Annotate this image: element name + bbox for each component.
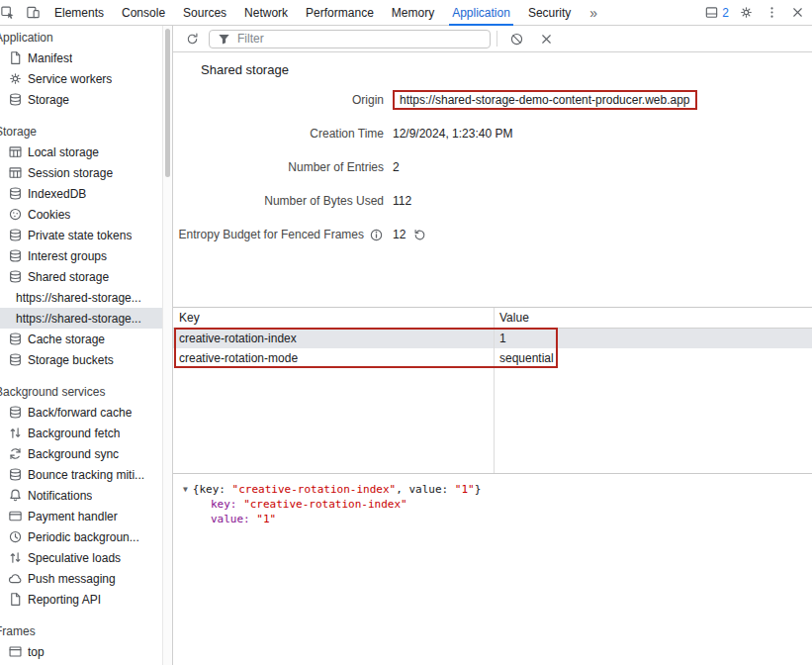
sidebar-item-shared-storage[interactable]: Shared storage — [0, 266, 162, 287]
sidebar-item-notifications[interactable]: Notifications — [0, 485, 162, 506]
sidebar-item-label: Payment handler — [28, 510, 118, 523]
sidebar-item-bounce-tracking-miti[interactable]: Bounce tracking miti... — [0, 464, 162, 485]
field-value: https://shared-storage-demo-content-prod… — [393, 93, 697, 107]
field-value: 12 — [393, 227, 427, 242]
field-label: Origin — [173, 93, 384, 107]
scrollbar-thumb[interactable] — [165, 29, 170, 177]
sidebar-item-label: https://shared-storage... — [16, 291, 141, 305]
sidebar-item-label: Notifications — [28, 489, 92, 503]
tab-network[interactable]: Network — [235, 0, 297, 25]
tab-label: Security — [528, 6, 571, 20]
sidebar-item-manifest[interactable]: Manifest — [0, 48, 162, 68]
sidebar-item-private-state-tokens[interactable]: Private state tokens — [0, 225, 162, 245]
sidebar-item-payment-handler[interactable]: Payment handler — [0, 506, 162, 526]
field-label: Number of Entries — [173, 160, 384, 174]
service-worker-icon — [7, 71, 23, 87]
inspect-element-icon[interactable] — [0, 0, 20, 25]
kebab-menu-icon[interactable] — [759, 0, 784, 25]
device-toolbar-icon[interactable] — [20, 0, 45, 25]
sidebar-scrollbar[interactable] — [162, 26, 173, 665]
sidebar-item-background-sync[interactable]: Background sync — [0, 443, 162, 464]
sidebar-item-periodic-backgroun[interactable]: Periodic backgroun... — [0, 526, 162, 547]
more-panels-button[interactable]: » — [580, 5, 607, 21]
sidebar-item-session-storage[interactable]: Session storage — [0, 162, 162, 183]
sidebar-item-interest-groups[interactable]: Interest groups — [0, 245, 162, 266]
sidebar-item-label: https://shared-storage... — [16, 312, 141, 326]
sidebar-item-label: Reporting API — [28, 593, 101, 607]
sidebar-item-label: Local storage — [28, 145, 99, 159]
property-value: "1" — [256, 513, 276, 525]
delete-selected-icon[interactable] — [533, 27, 559, 51]
cell-value: 1 — [494, 329, 812, 348]
info-icon[interactable] — [368, 227, 384, 242]
tab-sources[interactable]: Sources — [174, 0, 235, 25]
column-resize-divider[interactable] — [494, 308, 495, 473]
close-devtools-icon[interactable] — [784, 0, 810, 25]
grid-header: Key Value — [173, 308, 812, 329]
sidebar-item-storage-buckets[interactable]: Storage buckets — [0, 349, 162, 370]
sidebar-item-label: Background fetch — [28, 427, 120, 440]
sidebar-item-background-fetch[interactable]: Background fetch — [0, 423, 162, 443]
frame-icon — [7, 644, 23, 660]
grid-row[interactable]: creative-rotation-modesequential — [173, 348, 812, 368]
console-drawer-badge[interactable]: 2 — [701, 0, 729, 25]
tab-security[interactable]: Security — [519, 0, 580, 25]
sidebar-section-storage: Storage — [0, 122, 162, 142]
column-header-key[interactable]: Key — [173, 308, 494, 328]
settings-gear-icon[interactable] — [733, 0, 759, 25]
reset-icon[interactable] — [411, 227, 427, 242]
tab-performance[interactable]: Performance — [297, 0, 383, 25]
shared-storage-report: Shared storage Originhttps://shared-stor… — [173, 52, 812, 307]
sidebar-item-label: Interest groups — [28, 249, 107, 263]
tab-memory[interactable]: Memory — [383, 0, 443, 25]
sidebar-item-label: Speculative loads — [28, 551, 121, 565]
database-icon — [7, 228, 23, 243]
sidebar-item-storage[interactable]: Storage — [0, 89, 162, 110]
sidebar-item-indexeddb[interactable]: IndexedDB — [0, 183, 162, 204]
cookie-icon — [7, 207, 23, 223]
sidebar-item-back-forward-cache[interactable]: Back/forward cache — [0, 402, 162, 423]
panel-tabs: ElementsConsoleSourcesNetworkPerformance… — [45, 0, 580, 25]
sidebar-item-local-storage[interactable]: Local storage — [0, 142, 162, 162]
up-down-arrows-icon — [7, 550, 23, 566]
field-label-text: Creation Time — [310, 127, 384, 141]
sidebar-item-label: IndexedDB — [28, 187, 86, 201]
sidebar-item-cookies[interactable]: Cookies — [0, 204, 162, 225]
grid-row[interactable]: creative-rotation-index1 — [173, 329, 812, 348]
filter-input[interactable]: Filter — [209, 30, 491, 48]
sidebar-item-service-workers[interactable]: Service workers — [0, 68, 162, 89]
sidebar-item-label: Service workers — [28, 72, 112, 86]
sidebar-item-label: Storage buckets — [28, 353, 114, 367]
tab-elements[interactable]: Elements — [45, 0, 113, 25]
database-icon — [7, 405, 23, 421]
column-header-value[interactable]: Value — [494, 308, 812, 328]
field-value-text: https://shared-storage-demo-content-prod… — [393, 90, 697, 110]
preview-property: key: "creative-rotation-index" — [183, 497, 812, 512]
cloud-icon — [7, 571, 23, 587]
cell-value: sequential — [494, 348, 812, 368]
tab-console[interactable]: Console — [113, 0, 174, 25]
preview-summary: ▼{key: "creative-rotation-index", value:… — [183, 482, 812, 497]
expander-triangle-icon[interactable]: ▼ — [183, 482, 188, 497]
database-icon — [7, 248, 23, 264]
field-label: Creation Time — [173, 127, 384, 141]
filter-placeholder: Filter — [237, 32, 264, 46]
sidebar-item-label: Bounce tracking miti... — [28, 468, 144, 482]
refresh-icon[interactable] — [179, 27, 205, 51]
panel-toolbar: Filter — [173, 26, 812, 52]
preview-string: "creative-rotation-index" — [232, 483, 397, 496]
sidebar-item-https-shared-storage[interactable]: https://shared-storage... — [0, 287, 162, 308]
sidebar-item-cache-storage[interactable]: Cache storage — [0, 329, 162, 349]
sidebar-item-push-messaging[interactable]: Push messaging — [0, 568, 162, 589]
document-icon — [7, 592, 23, 608]
cell-key: creative-rotation-index — [173, 329, 494, 348]
clear-all-icon[interactable] — [503, 27, 529, 51]
sidebar-item-reporting-api[interactable]: Reporting API — [0, 589, 162, 610]
tab-application[interactable]: Application — [443, 0, 519, 25]
application-sidebar: ApplicationManifestService workersStorag… — [0, 26, 162, 665]
sidebar-item-speculative-loads[interactable]: Speculative loads — [0, 547, 162, 568]
tab-label: Console — [122, 6, 165, 20]
sidebar-item-top[interactable]: top — [0, 641, 162, 662]
sidebar-item-https-shared-storage[interactable]: https://shared-storage... — [0, 308, 162, 329]
preview-string: "1" — [455, 483, 475, 496]
